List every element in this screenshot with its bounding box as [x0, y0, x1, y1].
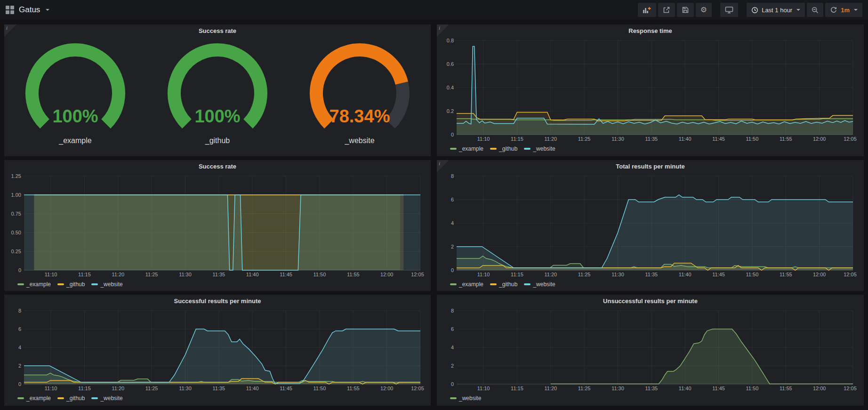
- chart-legend: _example_github_website: [4, 393, 431, 404]
- x-tick-label: 11:10: [45, 386, 57, 391]
- series-area-_website: [457, 195, 853, 270]
- legend-label: _example: [26, 395, 51, 402]
- legend-label: _example: [26, 281, 51, 288]
- panel-success-rate-timeseries: Success rate 11:1011:1511:2011:2511:3011…: [4, 160, 431, 291]
- info-icon: i: [6, 25, 8, 31]
- zoom-out-icon: [812, 7, 819, 14]
- panel-title[interactable]: Successful results per minute: [4, 295, 431, 307]
- y-tick-label: 2: [451, 244, 454, 249]
- y-tick-label: 0.4: [447, 85, 454, 90]
- x-tick-label: 12:05: [844, 136, 857, 142]
- share-icon: [663, 6, 670, 14]
- x-tick-label: 11:50: [746, 272, 759, 277]
- y-tick-label: 0: [18, 267, 21, 273]
- x-tick-label: 11:10: [45, 272, 57, 277]
- refresh-picker[interactable]: 1m: [825, 3, 862, 17]
- y-tick-label: 8: [18, 308, 21, 314]
- dashboard-grid: i Success rate 100%_example100%_github78…: [4, 24, 864, 406]
- x-tick-label: 11:45: [280, 386, 292, 391]
- x-tick-label: 11:30: [611, 272, 624, 277]
- panel-title[interactable]: Success rate: [4, 160, 431, 172]
- legend-item-example[interactable]: _example: [450, 281, 483, 288]
- legend-label: _website: [533, 145, 555, 152]
- x-tick-label: 12:05: [411, 386, 424, 391]
- legend-color-dash: [17, 397, 24, 399]
- y-tick-label: 8: [451, 308, 454, 314]
- caret-down-icon[interactable]: [46, 9, 49, 11]
- legend-color-dash: [450, 283, 457, 285]
- total-results-chart[interactable]: 11:1011:1511:2011:2511:3011:3511:4011:45…: [441, 172, 860, 279]
- panel-successful-results: Successful results per minute 11:1011:15…: [4, 295, 431, 406]
- x-tick-label: 11:25: [145, 386, 158, 391]
- save-button[interactable]: [677, 3, 694, 17]
- info-corner[interactable]: i: [437, 160, 449, 172]
- x-tick-label: 11:30: [611, 386, 624, 391]
- info-icon: i: [439, 25, 440, 31]
- settings-button[interactable]: ⚙: [696, 3, 712, 17]
- x-tick-label: 12:05: [844, 272, 857, 277]
- grid-logo-icon[interactable]: [6, 6, 14, 14]
- gauge-example[interactable]: 100%_example: [7, 39, 144, 145]
- y-tick-label: 0: [451, 267, 454, 273]
- y-tick-label: 0.2: [447, 108, 454, 114]
- x-tick-label: 11:30: [179, 272, 192, 277]
- gauge-website[interactable]: 78.34%_website: [291, 39, 428, 145]
- response-time-chart[interactable]: 11:1011:1511:2011:2511:3011:3511:4011:45…: [441, 37, 860, 143]
- legend-color-dash: [450, 148, 457, 150]
- y-tick-label: 2: [451, 363, 454, 369]
- y-tick-label: 0: [18, 381, 21, 387]
- success-rate-chart[interactable]: 11:1011:1511:2011:2511:3011:3511:4011:45…: [8, 172, 427, 279]
- legend-item-github[interactable]: _github: [490, 145, 517, 152]
- unsuccessful-results-chart[interactable]: 11:1011:1511:2011:2511:3011:3511:4011:45…: [441, 307, 860, 393]
- chart-legend: _example_github_website: [437, 143, 864, 154]
- legend-item-website[interactable]: _website: [91, 395, 122, 402]
- x-tick-label: 11:40: [679, 136, 691, 142]
- x-tick-label: 11:35: [645, 272, 658, 277]
- legend-item-example[interactable]: _example: [450, 145, 483, 152]
- successful-results-chart[interactable]: 11:1011:1511:2011:2511:3011:3511:4011:45…: [8, 307, 427, 393]
- x-tick-label: 11:35: [645, 386, 658, 391]
- legend-item-website[interactable]: _website: [524, 145, 555, 152]
- gauge-label: _example: [59, 137, 91, 145]
- legend-label: _website: [459, 395, 481, 402]
- x-tick-label: 11:20: [544, 136, 557, 142]
- series-line-_website: [457, 47, 853, 125]
- panel-title[interactable]: Response time: [437, 24, 864, 37]
- legend-item-website[interactable]: _website: [524, 281, 555, 288]
- legend-item-example[interactable]: _example: [17, 281, 51, 288]
- info-corner[interactable]: i: [437, 24, 449, 37]
- chart-legend: _example_github_website: [4, 279, 431, 290]
- zoom-out-button[interactable]: [807, 3, 823, 17]
- y-tick-label: 2: [18, 363, 21, 369]
- dashboard-title[interactable]: Gatus: [19, 5, 40, 15]
- legend-item-website[interactable]: _website: [91, 281, 122, 288]
- x-tick-label: 12:05: [411, 272, 424, 277]
- legend-item-github[interactable]: _github: [490, 281, 517, 288]
- tv-monitor-icon: [725, 6, 733, 14]
- x-tick-label: 11:15: [78, 272, 91, 277]
- gauge-github[interactable]: 100%_github: [149, 39, 286, 145]
- legend-item-github[interactable]: _github: [57, 281, 85, 288]
- gauge-label: _github: [205, 137, 230, 145]
- time-range-picker[interactable]: Last 1 hour: [747, 3, 805, 17]
- x-tick-label: 12:00: [813, 272, 826, 277]
- info-corner[interactable]: i: [4, 24, 16, 37]
- y-tick-label: 4: [451, 345, 454, 350]
- y-tick-label: 6: [451, 326, 454, 332]
- legend-item-website[interactable]: _website: [450, 395, 481, 402]
- panel-title[interactable]: Unsuccessful results per minute: [437, 295, 864, 307]
- gauge-value: 78.34%: [330, 106, 390, 126]
- tv-mode-button[interactable]: [720, 3, 738, 17]
- series-area-_website: [24, 329, 420, 384]
- share-button[interactable]: [658, 3, 675, 17]
- add-panel-button[interactable]: [638, 3, 656, 17]
- panel-title[interactable]: Success rate: [4, 24, 431, 37]
- x-tick-label: 11:50: [746, 386, 759, 391]
- x-tick-label: 11:10: [477, 386, 490, 391]
- legend-color-dash: [450, 397, 457, 399]
- x-tick-label: 11:20: [544, 386, 557, 391]
- legend-item-example[interactable]: _example: [17, 395, 51, 402]
- legend-item-github[interactable]: _github: [57, 395, 85, 402]
- y-tick-label: 0.50: [11, 230, 21, 235]
- panel-title[interactable]: Total results per minute: [437, 160, 864, 172]
